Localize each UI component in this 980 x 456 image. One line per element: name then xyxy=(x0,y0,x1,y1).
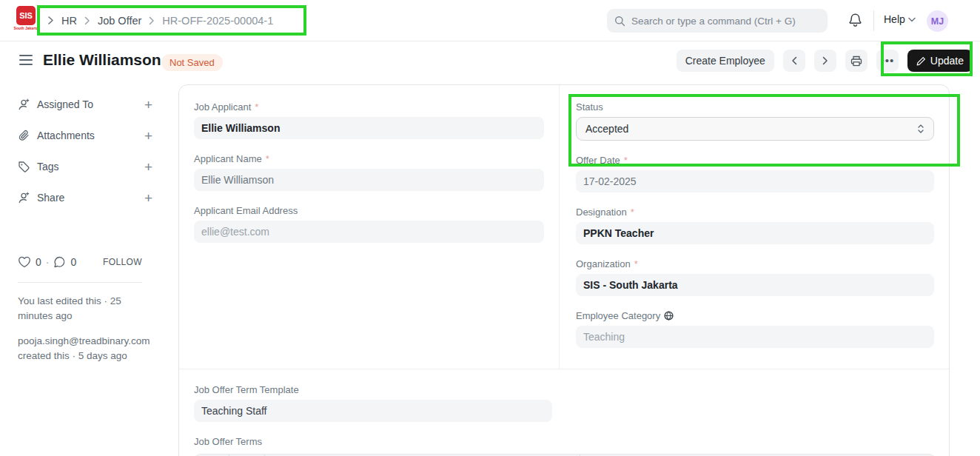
field-label: Designation xyxy=(576,207,627,218)
next-record-button[interactable] xyxy=(814,50,836,72)
select-updown-icon xyxy=(917,124,924,134)
last-edited-note: You last edited this · 25 minutes ago xyxy=(18,294,157,323)
field-label: Employee Category xyxy=(576,310,660,321)
likes-count[interactable]: 0 xyxy=(36,256,41,268)
chevron-down-icon xyxy=(908,17,916,22)
field-organization: Organization* SIS - South Jakarta xyxy=(576,258,934,296)
sidebar-item-tags: Tags + xyxy=(18,151,152,182)
term-template-input[interactable]: Teaching Staff xyxy=(194,400,552,422)
chevron-right-icon xyxy=(822,56,828,65)
add-share-button[interactable]: + xyxy=(144,191,152,205)
dot-separator: · xyxy=(46,256,50,268)
sidebar-toggle-icon[interactable] xyxy=(19,55,33,65)
comments-count[interactable]: 0 xyxy=(70,256,76,268)
form-section-terms: Job Offer Term Template Teaching Staff J… xyxy=(179,369,949,456)
pencil-icon xyxy=(916,56,926,66)
menu-ellipsis-button[interactable]: ••• xyxy=(876,50,899,72)
field-term-template: Job Offer Term Template Teaching Staff xyxy=(194,384,552,422)
form-section-main: Job Applicant* Ellie Williamson Applican… xyxy=(179,85,949,369)
field-label: Organization xyxy=(576,258,631,269)
paperclip-icon xyxy=(18,130,30,142)
field-value: Teaching xyxy=(583,331,625,343)
offer-date-input[interactable]: 17-02-2025 xyxy=(576,170,934,192)
top-navbar: SIS South Jakarta HR Job Offer HR-OFF-20… xyxy=(0,0,980,41)
sidebar-item-attachments: Attachments + xyxy=(18,120,152,151)
add-assignment-button[interactable]: + xyxy=(144,98,152,112)
field-label: Applicant Email Address xyxy=(194,205,298,216)
page-title: Ellie Williamson xyxy=(43,51,161,69)
field-value: SIS - South Jakarta xyxy=(583,279,678,291)
sidebar-item-share: Share + xyxy=(18,182,152,213)
required-mark: * xyxy=(634,258,638,269)
field-status: Status Accepted xyxy=(576,101,934,141)
field-job-applicant: Job Applicant* Ellie Williamson xyxy=(194,101,544,139)
field-offer-date: Offer Date* 17-02-2025 xyxy=(576,155,934,192)
app-logo[interactable]: SIS South Jakarta xyxy=(13,6,38,36)
sidebar-expand-icon[interactable] xyxy=(47,16,54,25)
field-value: Ellie Williamson xyxy=(201,174,274,186)
tag-icon xyxy=(18,161,30,173)
page-actions: Create Employee ••• Update xyxy=(677,50,973,72)
logo-mark: SIS xyxy=(16,6,36,25)
applicant-name-input[interactable]: Ellie Williamson xyxy=(194,169,544,191)
search-placeholder: Search or type a command (Ctrl + G) xyxy=(631,16,796,27)
applicant-email-input[interactable]: ellie@test.com xyxy=(194,221,544,243)
chevron-right-icon xyxy=(149,16,155,25)
add-attachment-button[interactable]: + xyxy=(144,129,152,143)
breadcrumb: HR Job Offer HR-OFF-2025-00004-1 xyxy=(37,5,283,36)
organization-input[interactable]: SIS - South Jakarta xyxy=(576,274,934,296)
field-label: Status xyxy=(576,101,603,113)
update-button[interactable]: Update xyxy=(907,50,973,72)
prev-record-button[interactable] xyxy=(783,50,805,72)
field-value: PPKN Teacher xyxy=(583,227,654,239)
breadcrumb-item-hr[interactable]: HR xyxy=(61,15,77,27)
sidebar-divider xyxy=(18,282,142,283)
status-badge: Not Saved xyxy=(161,54,223,71)
sidebar-item-assigned-to: Assigned To + xyxy=(18,89,152,120)
field-value: Ellie Williamson xyxy=(201,122,280,134)
chevron-right-icon xyxy=(84,16,90,25)
help-menu[interactable]: Help xyxy=(884,13,916,25)
user-plus-icon xyxy=(18,98,30,111)
sidebar-item-label: Attachments xyxy=(37,130,95,141)
chevron-left-icon xyxy=(791,56,797,65)
navbar-divider xyxy=(873,10,874,31)
comment-icon[interactable] xyxy=(53,256,66,268)
designation-input[interactable]: PPKN Teacher xyxy=(576,222,934,244)
status-select[interactable]: Accepted xyxy=(576,117,934,141)
form-card: Job Applicant* Ellie Williamson Applican… xyxy=(178,84,950,456)
notifications-bell-icon[interactable] xyxy=(848,13,862,28)
breadcrumb-item-current[interactable]: HR-OFF-2025-00004-1 xyxy=(162,15,273,27)
form-column-left: Job Applicant* Ellie Williamson Applican… xyxy=(179,85,560,369)
required-mark: * xyxy=(266,153,269,164)
user-plus-icon xyxy=(18,192,30,204)
help-label: Help xyxy=(884,13,905,25)
field-designation: Designation* PPKN Teacher xyxy=(576,207,934,244)
required-mark: * xyxy=(631,207,634,218)
field-value: 17-02-2025 xyxy=(583,175,637,187)
user-avatar[interactable]: MJ xyxy=(927,10,948,32)
field-label: Applicant Name xyxy=(194,153,262,164)
create-employee-button[interactable]: Create Employee xyxy=(677,50,774,72)
global-search-input[interactable]: Search or type a command (Ctrl + G) xyxy=(607,9,828,33)
globe-icon xyxy=(664,311,674,321)
follow-button[interactable]: FOLLOW xyxy=(103,257,142,267)
required-mark: * xyxy=(624,155,628,166)
form-column-right: Status Accepted Offer Date* 17-02-2025 D… xyxy=(560,85,949,369)
sidebar-item-label: Share xyxy=(37,192,64,204)
required-mark: * xyxy=(255,101,258,113)
print-button[interactable] xyxy=(845,50,867,72)
employee-category-input[interactable]: Teaching xyxy=(576,326,934,348)
field-value: ellie@test.com xyxy=(201,226,269,238)
sidebar-item-label: Assigned To xyxy=(37,98,93,110)
created-note: pooja.singh@treadbinary.com created this… xyxy=(18,334,157,363)
ellipsis-icon: ••• xyxy=(880,57,894,64)
update-label: Update xyxy=(930,55,964,67)
breadcrumb-item-job-offer[interactable]: Job Offer xyxy=(98,15,141,27)
add-tag-button[interactable]: + xyxy=(144,160,152,174)
job-applicant-input[interactable]: Ellie Williamson xyxy=(194,117,544,139)
field-label: Job Applicant xyxy=(194,101,251,113)
field-employee-category: Employee Category Teaching xyxy=(576,310,934,348)
heart-icon[interactable] xyxy=(18,256,31,268)
field-value: Teaching Staff xyxy=(201,405,266,417)
